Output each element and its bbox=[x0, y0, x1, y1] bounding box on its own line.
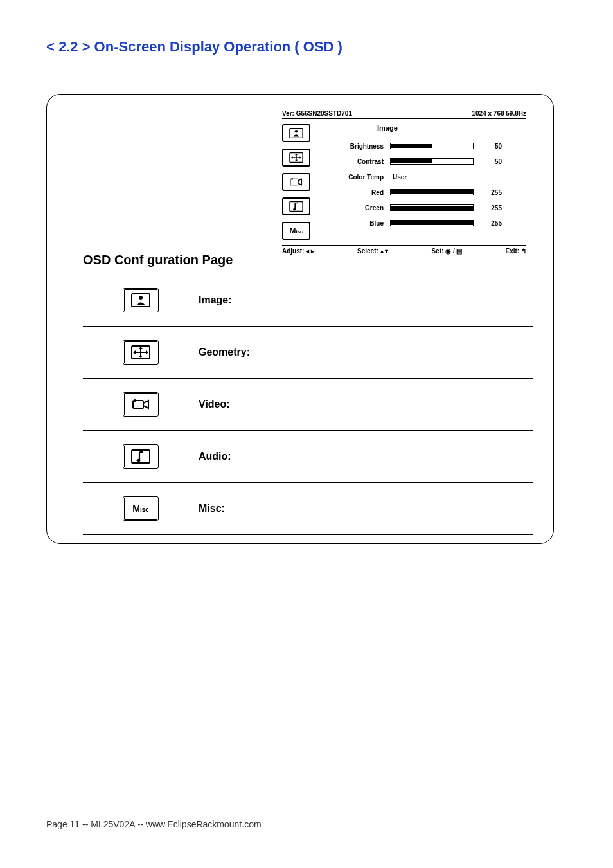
svg-marker-7 bbox=[291, 156, 293, 159]
svg-marker-21 bbox=[133, 350, 136, 354]
section-title: < 2.2 > On-Screen Display Operation ( OS… bbox=[46, 39, 567, 55]
contrast-bar bbox=[390, 158, 474, 165]
page: < 2.2 > On-Screen Display Operation ( OS… bbox=[0, 0, 613, 868]
green-label: Green bbox=[332, 204, 384, 212]
red-bar bbox=[390, 189, 474, 195]
osd-resolution: 1024 x 768 59.8Hz bbox=[472, 110, 526, 117]
conf-row-geometry: Geometry: bbox=[83, 327, 533, 379]
blue-bar bbox=[390, 220, 474, 226]
osd-screenshot: Ver: G56SN20SSTD701 1024 x 768 59.8Hz bbox=[282, 110, 526, 255]
misc-icon: Misc bbox=[282, 222, 310, 240]
svg-rect-9 bbox=[290, 179, 298, 185]
colortemp-label: Color Temp bbox=[332, 174, 384, 181]
red-label: Red bbox=[332, 189, 384, 196]
osd-settings-panel: Image Brightness 50 Contrast 50 Color Te… bbox=[321, 124, 526, 240]
conf-label-geometry: Geometry: bbox=[199, 347, 250, 358]
video-icon bbox=[123, 392, 159, 417]
svg-point-1 bbox=[295, 130, 298, 133]
red-value: 255 bbox=[480, 189, 502, 196]
osd-row-blue: Blue 255 bbox=[332, 215, 526, 231]
svg-marker-8 bbox=[300, 156, 302, 159]
conf-label-misc: Misc: bbox=[199, 503, 225, 514]
svg-marker-19 bbox=[139, 347, 143, 349]
osd-row-green: Green 255 bbox=[332, 200, 526, 215]
hint-exit: Exit: ↰ bbox=[506, 248, 526, 255]
svg-point-27 bbox=[137, 459, 141, 462]
brightness-value: 50 bbox=[480, 143, 502, 150]
audio-icon bbox=[123, 444, 159, 469]
misc-icon: Misc bbox=[123, 496, 159, 521]
svg-point-11 bbox=[291, 178, 293, 180]
hint-adjust: Adjust: ◂ ▸ bbox=[282, 248, 314, 255]
hint-select: Select: ▴ ▾ bbox=[357, 248, 388, 255]
blue-label: Blue bbox=[332, 220, 384, 227]
svg-point-25 bbox=[134, 399, 136, 402]
osd-row-colortemp: Color Temp User bbox=[332, 169, 526, 185]
osd-section-heading: Image bbox=[332, 124, 526, 132]
geometry-icon bbox=[123, 340, 159, 365]
image-icon bbox=[123, 288, 159, 312]
green-bar bbox=[390, 204, 474, 211]
svg-marker-20 bbox=[139, 356, 143, 358]
contrast-label: Contrast bbox=[332, 158, 384, 165]
osd-row-red: Red 255 bbox=[332, 185, 526, 200]
conf-row-image: Image: bbox=[83, 275, 533, 327]
hint-set: Set: ◉ / ▤ bbox=[431, 248, 462, 255]
image-icon bbox=[282, 124, 310, 142]
brightness-bar bbox=[390, 143, 474, 149]
svg-marker-6 bbox=[295, 160, 298, 162]
green-value: 255 bbox=[480, 204, 502, 212]
conf-row-audio: Audio: bbox=[83, 431, 533, 483]
brightness-label: Brightness bbox=[332, 143, 384, 150]
conf-label-audio: Audio: bbox=[199, 451, 231, 462]
osd-row-contrast: Contrast 50 bbox=[332, 154, 526, 169]
audio-icon bbox=[282, 197, 310, 215]
conf-label-image: Image: bbox=[199, 294, 232, 306]
osd-config-title: OSD Conf guration Page bbox=[83, 253, 233, 267]
contrast-value: 50 bbox=[480, 158, 502, 165]
svg-marker-22 bbox=[146, 350, 148, 354]
blue-value: 255 bbox=[480, 220, 502, 227]
geometry-icon bbox=[282, 149, 310, 167]
conf-label-video: Video: bbox=[199, 399, 230, 410]
conf-row-video: Video: bbox=[83, 379, 533, 431]
conf-row-misc: Misc Misc: bbox=[83, 483, 533, 535]
svg-point-15 bbox=[139, 296, 143, 300]
svg-marker-10 bbox=[298, 179, 302, 185]
osd-nav-icons: Misc bbox=[282, 124, 321, 240]
svg-point-13 bbox=[293, 208, 296, 210]
content-frame: Ver: G56SN20SSTD701 1024 x 768 59.8Hz bbox=[46, 94, 554, 544]
svg-marker-24 bbox=[143, 401, 148, 408]
osd-header: Ver: G56SN20SSTD701 1024 x 768 59.8Hz bbox=[282, 110, 526, 119]
osd-hints: Adjust: ◂ ▸ Select: ▴ ▾ Set: ◉ / ▤ Exit:… bbox=[282, 245, 526, 255]
video-icon bbox=[282, 173, 310, 191]
osd-config-list: Image: Geometry: Video: Audio: bbox=[83, 275, 533, 535]
osd-version: Ver: G56SN20SSTD701 bbox=[282, 110, 352, 117]
page-footer: Page 11 -- ML25V02A -- www.EclipseRackmo… bbox=[46, 819, 262, 829]
osd-row-brightness: Brightness 50 bbox=[332, 138, 526, 154]
colortemp-value: User bbox=[390, 174, 407, 181]
svg-marker-5 bbox=[295, 154, 298, 156]
